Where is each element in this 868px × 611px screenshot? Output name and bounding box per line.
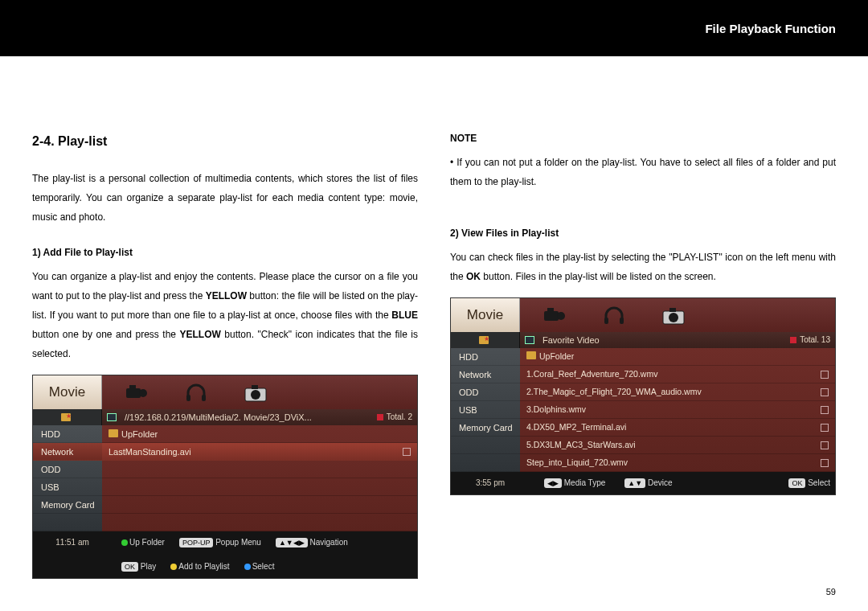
movie-tab: Movie	[451, 298, 520, 332]
nav-pill: ▲▼◀▶	[276, 538, 308, 547]
footer-hints: 3:55 pm ◀▶ Media Type ▲▼ Device OK Selec…	[451, 472, 835, 494]
file-list: UpFolder 1.Coral_Reef_Adventure_720.wmv …	[520, 348, 835, 472]
file-row-empty	[102, 496, 417, 514]
sidebar-item: Memory Card	[451, 419, 520, 437]
file-row: 2.The_Magic_of_Flight_720_WMA_audio.wmv	[520, 383, 835, 401]
svg-rect-7	[252, 385, 258, 389]
add-file-paragraph: You can organize a play-list and enjoy t…	[32, 267, 418, 363]
total-text: Total. 13	[800, 332, 830, 348]
camera-icon	[244, 382, 268, 403]
file-list: UpFolder LastManStanding.avi	[102, 425, 417, 531]
movie-tab: Movie	[33, 375, 102, 409]
hint-text: Popup Menu	[215, 538, 261, 547]
clock: 3:55 pm	[456, 475, 525, 491]
tab-icons	[102, 375, 417, 409]
ok-keyword: OK	[466, 271, 481, 282]
ok-pill: OK	[788, 478, 805, 488]
file-name: 1.Coral_Reef_Adventure_720.wmv	[526, 366, 657, 383]
camcorder-icon	[542, 305, 567, 326]
svg-rect-3	[186, 395, 190, 401]
file-row-empty	[102, 514, 417, 531]
hint-add-playlist: Add to Playlist	[170, 559, 229, 575]
hint-text: Select	[252, 562, 275, 571]
hint-select: Select	[244, 559, 275, 575]
svg-rect-11	[604, 318, 608, 324]
right-column: NOTE • If you can not put a folder on th…	[450, 129, 836, 579]
sidebar-item: HDD	[33, 425, 102, 443]
left-column: 2-4. Play-list The play-list is a person…	[32, 129, 418, 579]
file-name: UpFolder	[539, 351, 574, 361]
headphones-icon	[602, 305, 626, 326]
bullet: •	[450, 157, 457, 168]
svg-rect-15	[669, 308, 676, 312]
total-count: Total. 13	[790, 332, 830, 348]
intro-paragraph: The play-list is a personal collection o…	[32, 169, 418, 227]
file-name: 4.DX50_MP2_Terminal.avi	[526, 419, 626, 436]
favorite-row: Favorite Video Total. 13	[451, 332, 835, 348]
total-icon	[790, 337, 796, 343]
blue-dot-icon	[244, 564, 251, 570]
file-name: 3.Dolphins.wmv	[526, 401, 586, 418]
headphones-icon	[184, 382, 208, 403]
page-content: 2-4. Play-list The play-list is a person…	[0, 56, 868, 579]
svg-point-1	[139, 389, 147, 397]
hint-text: Add to Playlist	[178, 562, 229, 571]
playlist-folder-icon	[451, 332, 520, 348]
sidebar-item: HDD	[451, 348, 520, 366]
clock: 11:51 am	[38, 535, 107, 551]
checkbox-icon	[821, 424, 829, 432]
camcorder-icon	[125, 382, 149, 403]
file-row: 5.DX3LM_AC3_StarWars.avi	[520, 437, 835, 454]
note-label: NOTE	[450, 129, 836, 148]
folder-icon	[108, 429, 118, 437]
page-header: File Playback Function	[0, 0, 868, 56]
file-row: UpFolder	[520, 348, 835, 366]
file-row: Step_into_Liquid_720.wmv	[520, 454, 835, 472]
note-text: • If you can not put a folder on the pla…	[450, 153, 836, 191]
hint-text: Up Folder	[129, 538, 165, 547]
text: button one by one and press the	[32, 329, 180, 340]
footer-hints: 11:51 am Up Folder POP-UP Popup Menu ▲▼◀…	[33, 531, 417, 578]
path-text: //192.168.0.219/MultiMedia/2. Movie/23_D…	[125, 408, 372, 426]
hint-text: Navigation	[310, 538, 348, 547]
ok-pill: OK	[121, 562, 138, 572]
tab-icons	[520, 298, 835, 332]
hint-upfolder: Up Folder	[121, 535, 165, 551]
file-row: 1.Coral_Reef_Adventure_720.wmv	[520, 366, 835, 383]
svg-rect-10	[547, 308, 554, 312]
favorite-label: Favorite Video	[542, 331, 785, 349]
svg-rect-12	[620, 318, 624, 324]
subheading-add-file: 1) Add File to Play-list	[32, 243, 418, 262]
hint-popup: POP-UP Popup Menu	[179, 535, 261, 551]
yellow-dot-icon	[170, 564, 177, 570]
sidebar-item: Memory Card	[33, 496, 102, 514]
device-sidebar: HDD Network ODD USB Memory Card	[33, 425, 102, 531]
subheading-view-files: 2) View Files in Play-list	[450, 223, 836, 243]
svg-rect-2	[129, 385, 136, 389]
hint-navigation: ▲▼◀▶ Navigation	[276, 535, 348, 551]
monitor-icon	[107, 413, 117, 421]
hint-text: Play	[141, 562, 156, 571]
hint-text: Media Type	[564, 478, 606, 487]
file-name: Step_into_Liquid_720.wmv	[526, 454, 628, 471]
file-row-empty	[102, 478, 417, 496]
svg-rect-0	[126, 388, 141, 398]
tab-row: Movie	[33, 375, 417, 409]
sidebar-item-selected: Network	[33, 443, 102, 461]
file-name: UpFolder	[121, 429, 158, 439]
blue-keyword: BLUE	[391, 310, 418, 321]
list-area: HDD Network ODD USB Memory Card UpFolder…	[33, 425, 417, 531]
svg-rect-8	[544, 311, 559, 321]
total-count: Total. 2	[377, 409, 412, 425]
star-folder-icon	[479, 336, 489, 344]
path-cell: //192.168.0.219/MultiMedia/2. Movie/23_D…	[102, 409, 417, 425]
checkbox-icon	[403, 448, 411, 456]
file-name: 2.The_Magic_of_Flight_720_WMA_audio.wmv	[526, 383, 702, 400]
yellow-keyword: YELLOW	[206, 290, 247, 301]
file-row: UpFolder	[102, 425, 417, 443]
popup-pill: POP-UP	[179, 538, 214, 547]
hint-media-type: ◀▶ Media Type	[544, 475, 605, 491]
list-area: HDD Network ODD USB Memory Card UpFolder…	[451, 348, 835, 472]
file-name: LastManStanding.avi	[108, 443, 191, 461]
hint-text: Device	[648, 478, 673, 487]
